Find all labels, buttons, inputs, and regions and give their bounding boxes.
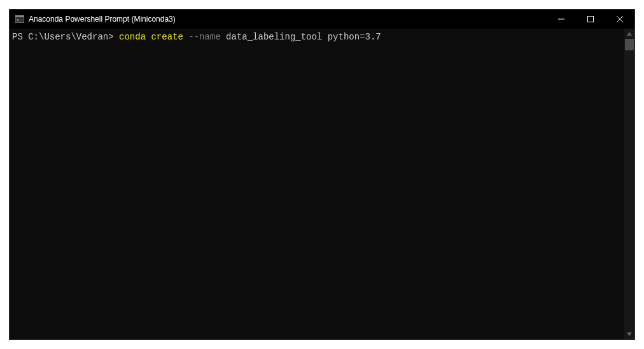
prompt-text: PS C:\Users\Vedran> xyxy=(12,32,119,42)
scroll-down-icon[interactable] xyxy=(624,329,634,339)
terminal-app-icon: >_ xyxy=(15,14,25,24)
titlebar[interactable]: >_ Anaconda Powershell Prompt (Miniconda… xyxy=(10,10,634,29)
command-token-equals: = xyxy=(360,32,365,42)
command-token-name-flag: --name xyxy=(188,32,226,42)
command-token-conda: conda xyxy=(119,32,151,42)
svg-marker-7 xyxy=(627,32,632,36)
close-button[interactable] xyxy=(605,10,634,29)
svg-rect-4 xyxy=(588,17,594,22)
command-token-args: data_labeling_tool python xyxy=(226,32,360,42)
terminal-content[interactable]: PS C:\Users\Vedran> conda create --name … xyxy=(10,29,624,339)
svg-marker-8 xyxy=(627,332,632,336)
vertical-scrollbar[interactable] xyxy=(624,29,634,339)
svg-rect-1 xyxy=(15,15,24,17)
minimize-button[interactable] xyxy=(547,10,576,29)
svg-text:>_: >_ xyxy=(17,18,22,23)
window-title: Anaconda Powershell Prompt (Miniconda3) xyxy=(29,15,176,24)
terminal-body: PS C:\Users\Vedran> conda create --name … xyxy=(10,29,634,339)
command-token-version: 3.7 xyxy=(365,32,381,42)
maximize-button[interactable] xyxy=(576,10,605,29)
scroll-up-icon[interactable] xyxy=(624,29,634,39)
titlebar-left: >_ Anaconda Powershell Prompt (Miniconda… xyxy=(15,14,176,24)
scrollbar-thumb[interactable] xyxy=(625,39,634,50)
window-inner: >_ Anaconda Powershell Prompt (Miniconda… xyxy=(9,9,635,340)
command-token-create: create xyxy=(151,32,188,42)
titlebar-controls xyxy=(547,10,634,29)
window-frame: >_ Anaconda Powershell Prompt (Miniconda… xyxy=(0,0,644,349)
